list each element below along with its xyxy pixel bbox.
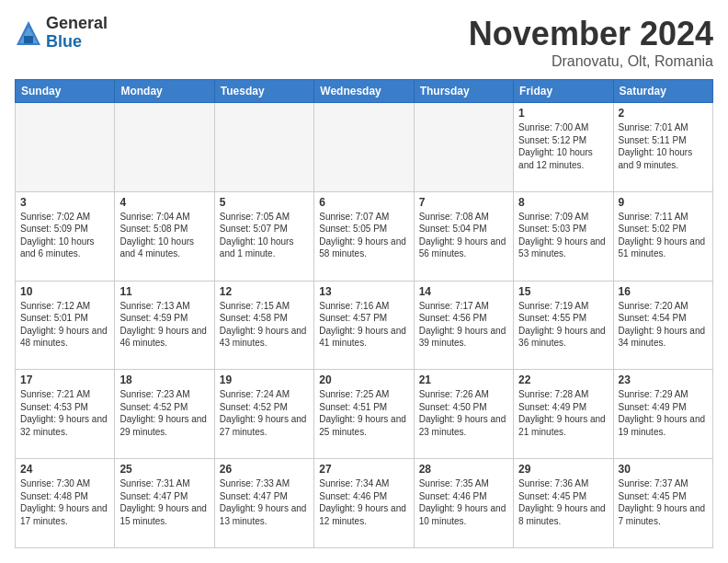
calendar-week-row: 10Sunrise: 7:12 AM Sunset: 5:01 PM Dayli… — [16, 281, 713, 370]
calendar-day-cell: 14Sunrise: 7:17 AM Sunset: 4:56 PM Dayli… — [414, 281, 513, 370]
calendar-day-cell: 29Sunrise: 7:36 AM Sunset: 4:45 PM Dayli… — [514, 459, 613, 548]
calendar-day-cell: 16Sunrise: 7:20 AM Sunset: 4:54 PM Dayli… — [613, 281, 712, 370]
calendar-day-cell: 13Sunrise: 7:16 AM Sunset: 4:57 PM Dayli… — [314, 281, 414, 370]
calendar-week-row: 3Sunrise: 7:02 AM Sunset: 5:09 PM Daylig… — [16, 191, 713, 281]
day-info: Sunrise: 7:29 AM Sunset: 4:49 PM Dayligh… — [619, 388, 708, 438]
calendar-body: 1Sunrise: 7:00 AM Sunset: 5:12 PM Daylig… — [16, 103, 713, 548]
calendar-day-cell: 22Sunrise: 7:28 AM Sunset: 4:49 PM Dayli… — [514, 370, 613, 459]
day-number: 2 — [619, 107, 708, 120]
calendar-week-row: 17Sunrise: 7:21 AM Sunset: 4:53 PM Dayli… — [16, 370, 713, 459]
day-info: Sunrise: 7:34 AM Sunset: 4:46 PM Dayligh… — [319, 477, 408, 527]
logo: General Blue — [15, 15, 108, 52]
calendar-day-cell: 8Sunrise: 7:09 AM Sunset: 5:03 PM Daylig… — [514, 191, 613, 281]
day-number: 17 — [20, 373, 109, 386]
calendar-day-cell: 18Sunrise: 7:23 AM Sunset: 4:52 PM Dayli… — [115, 370, 214, 459]
day-number: 15 — [518, 285, 608, 298]
weekday-header-cell: Thursday — [414, 80, 513, 103]
day-number: 5 — [220, 196, 309, 209]
day-number: 7 — [419, 196, 508, 209]
page: General Blue November 2024 Dranovatu, Ol… — [0, 0, 728, 563]
day-info: Sunrise: 7:36 AM Sunset: 4:45 PM Dayligh… — [518, 477, 608, 527]
day-info: Sunrise: 7:25 AM Sunset: 4:51 PM Dayligh… — [319, 388, 408, 438]
calendar-day-cell: 1Sunrise: 7:00 AM Sunset: 5:12 PM Daylig… — [514, 103, 613, 192]
logo-icon — [15, 19, 42, 47]
day-info: Sunrise: 7:20 AM Sunset: 4:54 PM Dayligh… — [619, 300, 708, 350]
day-number: 3 — [20, 196, 109, 209]
day-number: 22 — [518, 373, 608, 386]
calendar-day-cell — [16, 103, 115, 192]
day-number: 29 — [518, 463, 608, 476]
calendar-day-cell: 20Sunrise: 7:25 AM Sunset: 4:51 PM Dayli… — [314, 370, 414, 459]
calendar-day-cell: 15Sunrise: 7:19 AM Sunset: 4:55 PM Dayli… — [514, 281, 613, 370]
day-info: Sunrise: 7:17 AM Sunset: 4:56 PM Dayligh… — [419, 300, 508, 350]
calendar-day-cell: 28Sunrise: 7:35 AM Sunset: 4:46 PM Dayli… — [414, 459, 513, 548]
weekday-header-cell: Wednesday — [314, 80, 414, 103]
logo-text: General Blue — [46, 15, 108, 52]
calendar-day-cell: 12Sunrise: 7:15 AM Sunset: 4:58 PM Dayli… — [214, 281, 313, 370]
calendar-table: SundayMondayTuesdayWednesdayThursdayFrid… — [15, 79, 713, 548]
day-info: Sunrise: 7:02 AM Sunset: 5:09 PM Dayligh… — [20, 211, 109, 260]
svg-rect-2 — [24, 36, 33, 43]
day-number: 27 — [319, 463, 408, 476]
calendar-day-cell: 4Sunrise: 7:04 AM Sunset: 5:08 PM Daylig… — [115, 191, 214, 281]
calendar-day-cell — [414, 103, 513, 192]
day-info: Sunrise: 7:30 AM Sunset: 4:48 PM Dayligh… — [20, 477, 109, 527]
day-number: 28 — [419, 463, 508, 476]
day-info: Sunrise: 7:37 AM Sunset: 4:45 PM Dayligh… — [619, 477, 708, 527]
location: Dranovatu, Olt, Romania — [469, 53, 713, 70]
day-number: 6 — [319, 196, 408, 209]
day-number: 25 — [119, 463, 209, 476]
day-info: Sunrise: 7:00 AM Sunset: 5:12 PM Dayligh… — [518, 121, 608, 171]
calendar-day-cell: 30Sunrise: 7:37 AM Sunset: 4:45 PM Dayli… — [613, 459, 712, 548]
month-title: November 2024 — [469, 15, 713, 53]
calendar-day-cell: 21Sunrise: 7:26 AM Sunset: 4:50 PM Dayli… — [414, 370, 513, 459]
day-info: Sunrise: 7:15 AM Sunset: 4:58 PM Dayligh… — [220, 300, 309, 350]
day-info: Sunrise: 7:28 AM Sunset: 4:49 PM Dayligh… — [518, 388, 608, 438]
title-block: November 2024 Dranovatu, Olt, Romania — [469, 15, 713, 70]
calendar-day-cell: 11Sunrise: 7:13 AM Sunset: 4:59 PM Dayli… — [115, 281, 214, 370]
header: General Blue November 2024 Dranovatu, Ol… — [15, 15, 713, 70]
day-info: Sunrise: 7:11 AM Sunset: 5:02 PM Dayligh… — [619, 211, 708, 260]
calendar-day-cell: 23Sunrise: 7:29 AM Sunset: 4:49 PM Dayli… — [613, 370, 712, 459]
day-info: Sunrise: 7:07 AM Sunset: 5:05 PM Dayligh… — [319, 211, 408, 260]
day-info: Sunrise: 7:01 AM Sunset: 5:11 PM Dayligh… — [619, 121, 708, 171]
day-info: Sunrise: 7:09 AM Sunset: 5:03 PM Dayligh… — [518, 211, 608, 260]
day-info: Sunrise: 7:23 AM Sunset: 4:52 PM Dayligh… — [119, 388, 209, 438]
day-number: 14 — [419, 285, 508, 298]
calendar-day-cell: 17Sunrise: 7:21 AM Sunset: 4:53 PM Dayli… — [16, 370, 115, 459]
calendar-day-cell: 10Sunrise: 7:12 AM Sunset: 5:01 PM Dayli… — [16, 281, 115, 370]
day-number: 13 — [319, 285, 408, 298]
calendar-day-cell: 6Sunrise: 7:07 AM Sunset: 5:05 PM Daylig… — [314, 191, 414, 281]
weekday-header-cell: Saturday — [613, 80, 712, 103]
day-info: Sunrise: 7:24 AM Sunset: 4:52 PM Dayligh… — [220, 388, 309, 438]
calendar-week-row: 24Sunrise: 7:30 AM Sunset: 4:48 PM Dayli… — [16, 459, 713, 548]
weekday-header-cell: Friday — [514, 80, 613, 103]
day-info: Sunrise: 7:16 AM Sunset: 4:57 PM Dayligh… — [319, 300, 408, 350]
calendar-day-cell — [214, 103, 313, 192]
day-number: 20 — [319, 373, 408, 386]
calendar-day-cell: 25Sunrise: 7:31 AM Sunset: 4:47 PM Dayli… — [115, 459, 214, 548]
day-number: 9 — [619, 196, 708, 209]
day-info: Sunrise: 7:19 AM Sunset: 4:55 PM Dayligh… — [518, 300, 608, 350]
day-number: 26 — [220, 463, 309, 476]
day-number: 1 — [518, 107, 608, 120]
calendar-day-cell: 2Sunrise: 7:01 AM Sunset: 5:11 PM Daylig… — [613, 103, 712, 192]
day-info: Sunrise: 7:21 AM Sunset: 4:53 PM Dayligh… — [20, 388, 109, 438]
calendar-day-cell: 26Sunrise: 7:33 AM Sunset: 4:47 PM Dayli… — [214, 459, 313, 548]
day-info: Sunrise: 7:05 AM Sunset: 5:07 PM Dayligh… — [220, 211, 309, 260]
day-number: 19 — [220, 373, 309, 386]
day-number: 10 — [20, 285, 109, 298]
calendar-week-row: 1Sunrise: 7:00 AM Sunset: 5:12 PM Daylig… — [16, 103, 713, 192]
weekday-header-row: SundayMondayTuesdayWednesdayThursdayFrid… — [16, 80, 713, 103]
calendar-day-cell: 24Sunrise: 7:30 AM Sunset: 4:48 PM Dayli… — [16, 459, 115, 548]
weekday-header-cell: Monday — [115, 80, 214, 103]
calendar-day-cell: 9Sunrise: 7:11 AM Sunset: 5:02 PM Daylig… — [613, 191, 712, 281]
day-info: Sunrise: 7:26 AM Sunset: 4:50 PM Dayligh… — [419, 388, 508, 438]
weekday-header-cell: Tuesday — [214, 80, 313, 103]
day-number: 23 — [619, 373, 708, 386]
calendar-day-cell: 3Sunrise: 7:02 AM Sunset: 5:09 PM Daylig… — [16, 191, 115, 281]
day-number: 16 — [619, 285, 708, 298]
day-number: 4 — [119, 196, 209, 209]
day-info: Sunrise: 7:08 AM Sunset: 5:04 PM Dayligh… — [419, 211, 508, 260]
day-info: Sunrise: 7:12 AM Sunset: 5:01 PM Dayligh… — [20, 300, 109, 350]
